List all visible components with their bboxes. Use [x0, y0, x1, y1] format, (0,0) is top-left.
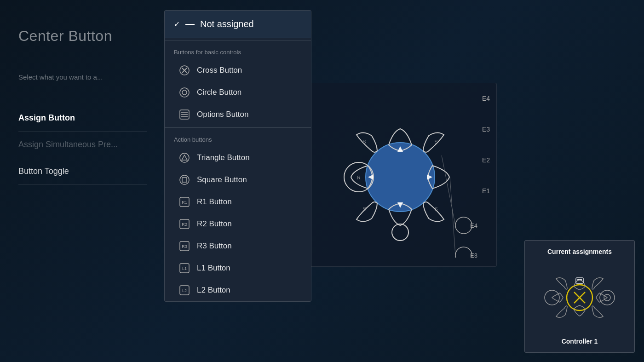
- svg-line-19: [450, 177, 455, 255]
- options-icon: [178, 109, 190, 121]
- r1-icon: R1: [178, 196, 190, 208]
- dropdown-item-triangle[interactable]: Triangle Button: [165, 147, 311, 169]
- menu-item-assign-button[interactable]: Assign Button: [18, 105, 147, 132]
- e4-label: E4: [482, 95, 490, 102]
- section-label-basic: Buttons for basic controls: [165, 42, 311, 59]
- l1-icon: L1: [178, 262, 190, 274]
- r1-button-label: R1 Button: [197, 197, 232, 207]
- dropdown-item-l2[interactable]: L2 L2 Button: [165, 279, 311, 301]
- dropdown-item-r2[interactable]: R2 R2 Button: [165, 213, 311, 235]
- assignments-title: Current assignments: [547, 248, 612, 255]
- svg-point-23: [180, 88, 189, 97]
- check-icon: ✓: [174, 20, 180, 29]
- svg-marker-30: [182, 155, 187, 160]
- l2-icon: L2: [178, 284, 190, 296]
- dropdown-item-square[interactable]: Square Button: [165, 169, 311, 191]
- l1-button-label: L1 Button: [197, 264, 230, 273]
- svg-point-11: [392, 224, 408, 241]
- square-icon: [178, 174, 190, 186]
- triangle-button-label: Triangle Button: [197, 153, 250, 162]
- controller-svg: S S S S R E4 E3: [313, 92, 488, 258]
- page-subtitle: Select what you want to a...: [18, 72, 147, 82]
- svg-text:R2: R2: [182, 222, 187, 227]
- menu-item-assign-simultaneous: Assign Simultaneous Pre...: [18, 132, 147, 158]
- dropdown-item-circle[interactable]: Circle Button: [165, 81, 311, 103]
- svg-text:R: R: [357, 175, 360, 180]
- svg-point-0: [366, 143, 435, 212]
- svg-point-12: [455, 217, 472, 234]
- page-title: Center Button: [18, 28, 147, 45]
- r3-button-label: R3 Button: [197, 241, 232, 251]
- triangle-icon: [178, 152, 190, 164]
- controller-diagram-area: S S S S R E4 E3 E4 E3 E2 E1: [304, 83, 497, 267]
- svg-text:S: S: [434, 139, 437, 144]
- r2-button-label: R2 Button: [197, 219, 232, 229]
- svg-point-24: [182, 90, 187, 95]
- dropdown-menu: ✓ Not assigned Buttons for basic control…: [164, 10, 311, 302]
- cross-icon: [178, 64, 190, 76]
- square-button-label: Square Button: [197, 175, 247, 184]
- svg-point-14: [455, 247, 472, 258]
- e2-label: E2: [482, 156, 490, 164]
- cross-button-label: Cross Button: [197, 66, 242, 75]
- e1-label: E1: [482, 187, 490, 195]
- svg-point-31: [180, 175, 189, 184]
- menu-items: Assign Button Assign Simultaneous Pre...…: [18, 105, 147, 185]
- menu-item-button-toggle[interactable]: Button Toggle: [18, 158, 147, 185]
- left-panel: Center Button Select what you want to a.…: [0, 0, 166, 362]
- divider-1: [165, 40, 311, 40]
- r2-icon: R2: [178, 218, 190, 230]
- svg-text:R3: R3: [182, 244, 187, 249]
- dropdown-item-r1[interactable]: R1 R1 Button: [165, 191, 311, 213]
- svg-text:E4: E4: [470, 222, 477, 229]
- dropdown-item-options[interactable]: Options Button: [165, 103, 311, 126]
- circle-button-label: Circle Button: [197, 88, 242, 97]
- assignments-controller-visual: [536, 262, 623, 333]
- svg-text:S: S: [362, 206, 366, 212]
- svg-rect-32: [182, 178, 187, 182]
- dropdown-item-l1[interactable]: L1 L1 Button: [165, 257, 311, 279]
- section-label-action: Action buttons: [165, 130, 311, 147]
- svg-text:E3: E3: [470, 252, 477, 258]
- svg-line-18: [442, 155, 455, 225]
- e3-label: E3: [482, 126, 490, 133]
- svg-text:L1: L1: [182, 266, 187, 271]
- selected-label: Not assigned: [200, 19, 254, 29]
- dropdown-item-cross[interactable]: Cross Button: [165, 59, 311, 81]
- dropdown-item-r3[interactable]: R3 R3 Button: [165, 235, 311, 257]
- svg-text:S: S: [434, 206, 437, 212]
- svg-text:R1: R1: [182, 200, 187, 205]
- dropdown-selected-item[interactable]: ✓ Not assigned: [165, 11, 311, 38]
- circle-icon: [178, 86, 190, 98]
- assignments-panel: Current assignments: [524, 240, 635, 353]
- dash-icon: [185, 24, 195, 25]
- r3-icon: R3: [178, 240, 190, 252]
- svg-text:S: S: [362, 139, 366, 144]
- options-button-label: Options Button: [197, 110, 248, 119]
- l2-button-label: L2 Button: [197, 286, 230, 295]
- controller-label: Controller 1: [562, 338, 598, 345]
- divider-2: [165, 127, 311, 128]
- svg-text:L2: L2: [182, 288, 187, 293]
